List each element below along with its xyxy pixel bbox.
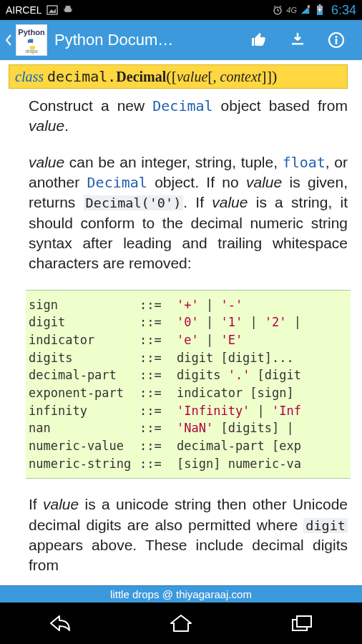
svg-point-19 xyxy=(336,36,338,38)
float-link[interactable]: float xyxy=(283,154,326,171)
network-type-label: 4G xyxy=(286,6,297,14)
svg-rect-15 xyxy=(318,4,321,6)
nav-home-button[interactable] xyxy=(152,609,210,638)
svg-rect-20 xyxy=(336,39,338,44)
app-title: Python Docum… xyxy=(54,31,250,49)
decimal-link[interactable]: Decimal xyxy=(152,97,212,114)
svg-rect-2 xyxy=(64,9,64,11)
carrier-label: AIRCEL xyxy=(6,4,42,16)
alarm-icon xyxy=(272,4,283,16)
class-signature: class decimal.Decimal([value[, context]]… xyxy=(9,64,348,89)
paragraph-2: value can be an integer, string, tuple, … xyxy=(29,152,348,274)
clock-label: 6:34 xyxy=(331,3,356,18)
app-icon[interactable]: Python drops xyxy=(16,24,47,56)
svg-line-5 xyxy=(69,6,70,7)
paragraph-1: Construct a new Decimal object based fro… xyxy=(29,96,348,137)
back-button[interactable] xyxy=(3,34,14,47)
info-button[interactable] xyxy=(328,31,345,49)
nav-back-button[interactable] xyxy=(31,609,89,638)
battery-icon xyxy=(314,4,326,16)
svg-rect-3 xyxy=(71,9,72,11)
svg-line-9 xyxy=(274,6,275,8)
svg-marker-1 xyxy=(49,9,56,13)
decimal-link-2[interactable]: Decimal xyxy=(87,174,147,191)
footer-bar[interactable]: little drops @ thiyagaraaj.com xyxy=(0,585,362,602)
download-button[interactable] xyxy=(289,31,306,49)
svg-rect-22 xyxy=(297,616,311,627)
svg-line-10 xyxy=(280,6,281,8)
thumbs-up-button[interactable] xyxy=(250,31,268,49)
doc-content[interactable]: class decimal.Decimal([value[, context]]… xyxy=(0,60,362,585)
grammar-block: sign::= '+' | '-'digit::= '0' | '1' | '2… xyxy=(26,290,351,479)
app-bar: Python drops Python Docum… xyxy=(0,20,362,60)
picture-icon xyxy=(47,4,58,16)
android-icon xyxy=(62,4,74,16)
signal-icon xyxy=(300,4,311,16)
nav-recent-button[interactable] xyxy=(273,609,331,638)
svg-rect-12 xyxy=(308,5,310,8)
system-nav-bar xyxy=(0,602,362,644)
status-bar: AIRCEL 4G 6:34 xyxy=(0,0,362,20)
svg-rect-17 xyxy=(292,43,303,45)
paragraph-3: If value is a unicode string then other … xyxy=(29,494,348,575)
svg-line-4 xyxy=(66,6,67,7)
